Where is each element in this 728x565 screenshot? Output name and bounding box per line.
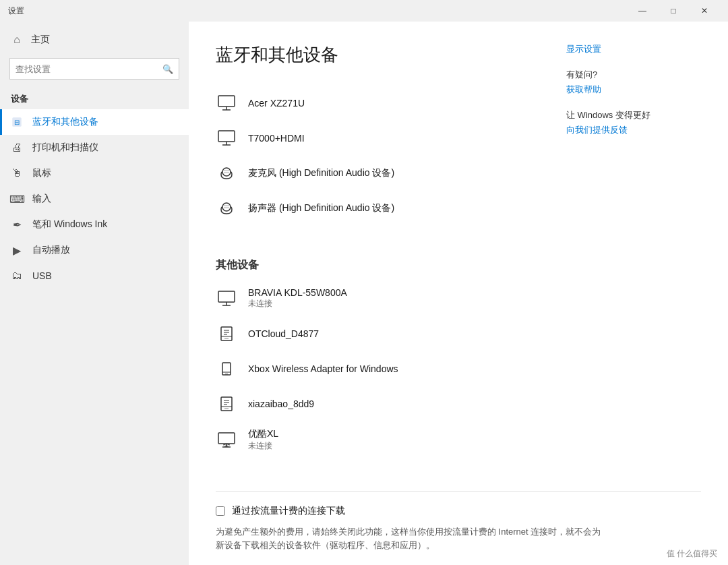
svg-rect-23	[222, 363, 231, 375]
audio-icon-speaker	[216, 198, 237, 219]
device-info-acer: Acer XZ271U	[248, 98, 305, 109]
autoplay-icon: ▶	[11, 244, 23, 256]
sidebar-item-usb[interactable]: 🗂 USB	[0, 263, 189, 289]
other-device-list: BRAVIA KDL-55W800A 未连接 OTCloud	[216, 280, 701, 458]
metered-connection-label: 通过按流量计费的连接下载	[232, 505, 345, 517]
device-icon-otcloud	[216, 323, 237, 345]
home-label: 主页	[31, 34, 50, 46]
watermark: 值 什么值得买	[667, 548, 717, 560]
device-info-t7000: T7000+HDMI	[248, 133, 305, 144]
improve-label: 让 Windows 变得更好	[566, 109, 701, 121]
sidebar-item-pen[interactable]: ✒ 笔和 Windows Ink	[0, 212, 189, 237]
device-info-mic: 麦克风 (High Definition Audio 设备)	[248, 167, 394, 179]
search-input[interactable]	[16, 64, 162, 74]
device-icon-youku	[216, 429, 237, 451]
feedback-link[interactable]: 向我们提供反馈	[566, 124, 701, 136]
device-info-bravia: BRAVIA KDL-55W800A 未连接	[248, 287, 347, 309]
sidebar: ⌂ 主页 🔍 设备 ⊟ 蓝牙和其他设备 🖨 打印机和扫描仪 🖱 鼠标	[0, 22, 189, 565]
printer-icon: 🖨	[11, 142, 23, 154]
search-icon[interactable]: 🔍	[162, 64, 173, 74]
usb-icon: 🗂	[11, 270, 23, 282]
titlebar: 设置 — □ ✕	[0, 0, 728, 22]
feedback-section: 让 Windows 变得更好 向我们提供反馈	[566, 109, 701, 136]
device-name-xiazaibao: xiazaibao_8dd9	[248, 398, 314, 409]
metered-connection-row: 通过按流量计费的连接下载	[216, 505, 701, 517]
main-window: ⌂ 主页 🔍 设备 ⊟ 蓝牙和其他设备 🖨 打印机和扫描仪 🖱 鼠标	[0, 22, 728, 565]
mouse-icon: 🖱	[11, 167, 23, 179]
minimize-button[interactable]: —	[627, 0, 658, 22]
bluetooth-icon: ⊟	[11, 116, 23, 128]
right-panel: 显示设置 有疑问? 获取帮助 让 Windows 变得更好 向我们提供反馈	[566, 43, 701, 150]
tv-icon	[216, 288, 237, 309]
help-link[interactable]: 获取帮助	[566, 84, 701, 96]
window-title: 设置	[8, 5, 627, 17]
sidebar-item-label-usb: USB	[32, 270, 52, 281]
monitor-icon-2	[216, 127, 237, 149]
device-icon-xiazaibao	[216, 393, 237, 415]
maximize-button[interactable]: □	[658, 0, 689, 22]
device-info-otcloud: OTCloud_D4877	[248, 328, 319, 339]
sidebar-home[interactable]: ⌂ 主页	[0, 27, 189, 53]
metered-connection-checkbox[interactable]	[216, 506, 225, 516]
device-name-t7000: T7000+HDMI	[248, 133, 305, 144]
device-info-speaker: 扬声器 (High Definition Audio 设备)	[248, 202, 394, 214]
svg-rect-25	[225, 374, 228, 375]
device-name-bravia: BRAVIA KDL-55W800A	[248, 287, 347, 298]
bottom-section: 通过按流量计费的连接下载 为避免产生额外的费用，请始终关闭此功能，这样当你使用按…	[216, 491, 701, 552]
device-name-youku: 优酷XL	[248, 428, 278, 440]
device-status-youku: 未连接	[248, 440, 278, 452]
audio-icon-mic	[216, 162, 237, 184]
search-box: 🔍	[9, 58, 179, 80]
device-name-mic: 麦克风 (High Definition Audio 设备)	[248, 167, 394, 179]
sidebar-item-label-input: 输入	[32, 193, 51, 205]
svg-rect-5	[218, 131, 235, 142]
device-info-xbox: Xbox Wireless Adapter for Windows	[248, 363, 398, 374]
device-status-bravia: 未连接	[248, 298, 347, 309]
device-row-youku[interactable]: 优酷XL 未连接	[216, 421, 701, 458]
svg-rect-30	[224, 408, 229, 409]
window-controls: — □ ✕	[627, 0, 720, 22]
device-row-speaker[interactable]: 扬声器 (High Definition Audio 设备)	[216, 191, 701, 226]
display-settings-section: 显示设置	[566, 43, 701, 55]
device-row-mic[interactable]: 麦克风 (High Definition Audio 设备)	[216, 156, 701, 191]
svg-rect-14	[218, 291, 235, 302]
sidebar-item-label-mouse: 鼠标	[32, 167, 51, 179]
display-settings-link[interactable]: 显示设置	[566, 43, 701, 55]
svg-point-11	[222, 203, 231, 211]
sidebar-item-label-pen: 笔和 Windows Ink	[32, 218, 107, 231]
help-section: 有疑问? 获取帮助	[566, 69, 701, 96]
device-name-otcloud: OTCloud_D4877	[248, 328, 319, 339]
sidebar-item-mouse[interactable]: 🖱 鼠标	[0, 160, 189, 186]
svg-rect-2	[218, 96, 235, 107]
device-name-speaker: 扬声器 (High Definition Audio 设备)	[248, 202, 394, 214]
device-row-xbox[interactable]: Xbox Wireless Adapter for Windows	[216, 351, 701, 386]
svg-point-8	[222, 168, 231, 176]
device-row-bravia[interactable]: BRAVIA KDL-55W800A 未连接	[216, 280, 701, 316]
device-info-xiazaibao: xiazaibao_8dd9	[248, 398, 314, 409]
metered-connection-desc: 为避免产生额外的费用，请始终关闭此功能，这样当你使用按流量计费的 Interne…	[216, 525, 607, 552]
keyboard-icon: ⌨	[11, 193, 23, 205]
other-devices-header: 其他设备	[216, 247, 701, 272]
svg-text:⊟: ⊟	[14, 119, 20, 126]
home-icon: ⌂	[11, 34, 23, 46]
sidebar-item-label-bluetooth: 蓝牙和其他设备	[32, 116, 98, 128]
device-row-xiazaibao[interactable]: xiazaibao_8dd9	[216, 386, 701, 421]
svg-rect-21	[224, 338, 229, 339]
close-button[interactable]: ✕	[689, 0, 720, 22]
sidebar-item-label-autoplay: 自动播放	[32, 244, 70, 256]
device-name-xbox: Xbox Wireless Adapter for Windows	[248, 363, 398, 374]
main-content: 显示设置 有疑问? 获取帮助 让 Windows 变得更好 向我们提供反馈 蓝牙…	[189, 22, 728, 565]
device-icon-xbox	[216, 358, 237, 380]
device-name-acer: Acer XZ271U	[248, 98, 305, 109]
question-label: 有疑问?	[566, 69, 701, 81]
sidebar-item-printers[interactable]: 🖨 打印机和扫描仪	[0, 135, 189, 160]
sidebar-section-title: 设备	[0, 85, 189, 109]
pen-icon: ✒	[11, 218, 23, 231]
sidebar-item-autoplay[interactable]: ▶ 自动播放	[0, 237, 189, 263]
monitor-icon-1	[216, 92, 237, 114]
sidebar-item-bluetooth[interactable]: ⊟ 蓝牙和其他设备	[0, 109, 189, 135]
device-row-otcloud[interactable]: OTCloud_D4877	[216, 316, 701, 351]
device-info-youku: 优酷XL 未连接	[248, 428, 278, 452]
svg-rect-32	[218, 433, 235, 444]
sidebar-item-input[interactable]: ⌨ 输入	[0, 186, 189, 212]
